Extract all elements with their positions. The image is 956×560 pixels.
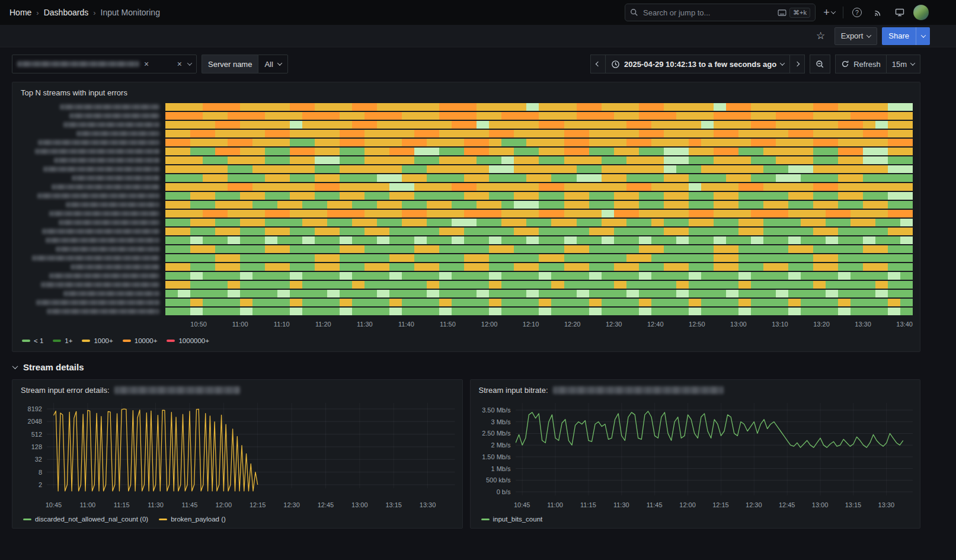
legend-item[interactable]: 10000+ [123,337,158,344]
heatmap-cell [539,174,551,182]
heatmap-cell [315,121,327,129]
heatmap-cell [302,112,315,120]
stream-details-section-toggle[interactable]: Stream details [13,362,920,372]
legend-item[interactable]: discarded_not_allowed_nal_count (0) [23,516,148,523]
heatmap-cell [626,236,639,244]
heatmap-cell [352,219,365,226]
display-button[interactable] [892,4,907,21]
heatmap-cell [315,236,327,244]
legend-item[interactable]: broken_payload () [159,516,226,523]
heatmap-cell [439,121,452,129]
heatmap-cell [228,210,240,217]
heatmap-cell [464,272,477,280]
heatmap-cell [439,174,452,182]
heatmap-cell [851,263,863,271]
heatmap-cell [738,192,751,200]
heatmap-cell [352,281,365,289]
heatmap-cell [526,174,539,182]
heatmap-cell [539,245,551,253]
heatmap-cell [290,201,302,209]
heatmap-cell [526,148,539,155]
heatmap-cell [477,165,489,173]
panel-title[interactable]: Stream input error details: [20,385,455,401]
heatmap-cell [564,183,577,191]
refresh-button[interactable]: Refresh [835,55,887,73]
heatmap-cell [577,281,589,289]
heatmap-row-cells [165,148,913,155]
remove-filter-icon[interactable]: × [144,60,149,68]
breadcrumb-dashboards[interactable]: Dashboards [44,8,89,17]
heatmap-cell [614,130,626,137]
server-name-select[interactable]: All [258,55,287,73]
heatmap-cell [203,139,215,146]
time-back-button[interactable] [590,55,606,73]
panel-title[interactable]: Stream input bitrate: [478,385,913,401]
user-avatar[interactable] [913,5,929,20]
news-button[interactable] [871,4,886,21]
heatmap-cell [564,121,577,129]
heatmap-cell [228,130,240,137]
chevron-down-icon [12,363,18,369]
heatmap-cell [501,130,514,137]
share-menu-button[interactable] [916,27,930,45]
adhoc-filter-input[interactable]: × × [12,55,197,73]
breadcrumb-separator: › [93,8,95,17]
heatmap-cell [414,183,427,191]
help-button[interactable]: ? [849,4,865,21]
heatmap-cell [165,192,178,200]
heatmap-cell [763,156,776,164]
time-range-picker[interactable]: 2025-04-29 10:42:13 to a few seconds ago [605,55,790,73]
heatmap-cell [875,183,888,191]
heatmap-cell [377,219,389,226]
heatmap-cell [602,290,614,297]
search-input[interactable]: Search or jump to... ⌘+k [625,4,816,21]
heatmap-row-cells [165,174,913,182]
heatmap-cell [365,299,377,306]
panel-title[interactable]: Top N streams with input errors [20,87,913,103]
y-axis-tick: 0 b/s [497,488,511,495]
heatmap-cell [863,148,875,155]
heatmap-cell [389,228,402,235]
heatmap-cell [564,299,577,306]
heatmap-cell [240,245,252,253]
heatmap-cell [875,174,888,182]
clear-filters-icon[interactable]: × [177,60,182,68]
heatmap-cell [178,210,190,217]
heatmap-cell [726,139,738,146]
legend-item[interactable]: input_bits_count [481,516,543,523]
heatmap-cell [826,121,838,129]
heatmap-cell [577,139,589,146]
favorite-star-button[interactable]: ☆ [812,27,830,45]
refresh-interval-select[interactable]: 15m [886,55,920,73]
export-button[interactable]: Export [834,27,878,45]
heatmap-cell [414,210,427,217]
heatmap-cell [714,308,726,315]
legend-item[interactable]: < 1 [22,337,43,344]
x-axis-tick: 13:00 [812,501,829,508]
chevron-down-icon[interactable] [187,60,192,65]
heatmap-cell [377,228,389,235]
heatmap-cell [377,299,389,306]
heatmap-cell [352,148,365,155]
legend-item[interactable]: 1+ [53,337,72,344]
heatmap-cell [639,103,651,111]
heatmap-cell [315,272,327,280]
share-button[interactable]: Share [882,27,916,45]
zoom-out-button[interactable] [810,55,830,73]
heatmap-cell [900,130,913,137]
heatmap-cell [614,192,626,200]
heatmap-cell [776,156,788,164]
heatmap-cell [514,112,526,120]
heatmap-cell [402,121,414,129]
time-forward-button[interactable] [789,55,805,73]
breadcrumb-home[interactable]: Home [9,8,31,17]
heatmap-cell [489,308,501,315]
heatmap-cell [452,236,464,244]
legend-item[interactable]: 1000+ [82,337,113,344]
heatmap-cell [776,183,788,191]
stream-name [20,193,165,199]
add-button[interactable]: + [821,4,837,21]
heatmap-cell [489,148,501,155]
legend-item[interactable]: 1000000+ [167,337,209,344]
legend-swatch [481,519,490,520]
